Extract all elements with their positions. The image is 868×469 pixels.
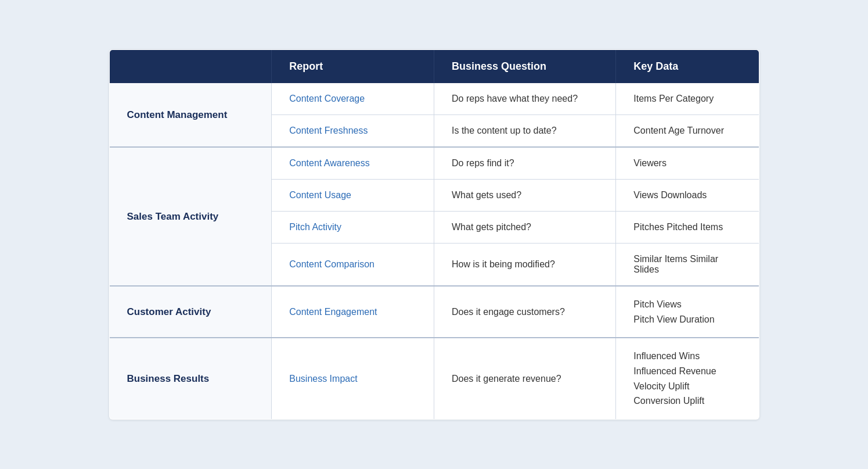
table-header-row: Report Business Question Key Data bbox=[109, 50, 759, 84]
question-cell: What gets used? bbox=[434, 180, 616, 212]
table-container: Report Business Question Key Data Conten… bbox=[86, 32, 783, 437]
report-cell: Content Coverage bbox=[272, 83, 434, 115]
keydata-cell: Pitch ViewsPitch View Duration bbox=[616, 286, 759, 338]
col-report-header: Report bbox=[272, 50, 434, 84]
question-cell: Does it engage customers? bbox=[434, 286, 616, 338]
question-cell: What gets pitched? bbox=[434, 212, 616, 244]
category-cell: Sales Team Activity bbox=[109, 147, 272, 286]
keydata-cell: Views Downloads bbox=[616, 180, 759, 212]
keydata-cell: Influenced WinsInfluenced RevenueVelocit… bbox=[616, 338, 759, 419]
report-cell: Content Awareness bbox=[272, 147, 434, 180]
col-keydata-header: Key Data bbox=[616, 50, 759, 84]
col-question-header: Business Question bbox=[434, 50, 616, 84]
report-cell: Business Impact bbox=[272, 338, 434, 419]
category-cell: Customer Activity bbox=[109, 286, 272, 338]
reports-table: Report Business Question Key Data Conten… bbox=[109, 49, 759, 420]
question-cell: Do reps have what they need? bbox=[434, 83, 616, 115]
question-cell: Do reps find it? bbox=[434, 147, 616, 180]
report-cell: Content Comparison bbox=[272, 244, 434, 287]
question-cell: How is it being modified? bbox=[434, 244, 616, 287]
question-cell: Does it generate revenue? bbox=[434, 338, 616, 419]
col-category-header bbox=[109, 50, 272, 84]
report-cell: Content Engagement bbox=[272, 286, 434, 338]
keydata-cell: Content Age Turnover bbox=[616, 115, 759, 148]
table-row: Customer ActivityContent EngagementDoes … bbox=[109, 286, 759, 338]
keydata-cell: Similar Items Similar Slides bbox=[616, 244, 759, 287]
keydata-cell: Viewers bbox=[616, 147, 759, 180]
table-row: Sales Team ActivityContent AwarenessDo r… bbox=[109, 147, 759, 180]
table-row: Content ManagementContent CoverageDo rep… bbox=[109, 83, 759, 115]
table-row: Business ResultsBusiness ImpactDoes it g… bbox=[109, 338, 759, 419]
question-cell: Is the content up to date? bbox=[434, 115, 616, 148]
keydata-cell: Pitches Pitched Items bbox=[616, 212, 759, 244]
category-cell: Business Results bbox=[109, 338, 272, 419]
report-cell: Pitch Activity bbox=[272, 212, 434, 244]
report-cell: Content Freshness bbox=[272, 115, 434, 148]
keydata-cell: Items Per Category bbox=[616, 83, 759, 115]
category-cell: Content Management bbox=[109, 83, 272, 147]
report-cell: Content Usage bbox=[272, 180, 434, 212]
